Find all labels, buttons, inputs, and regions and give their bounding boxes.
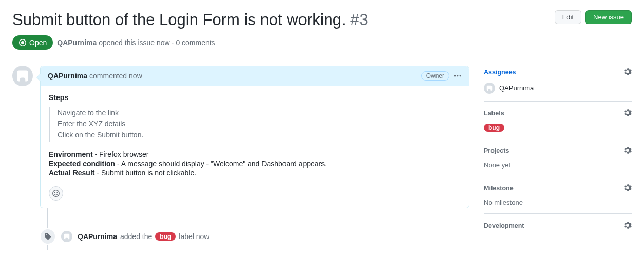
new-issue-button[interactable]: New issue — [585, 10, 632, 24]
issue-meta: Open QAPurnima opened this issue now · 0… — [12, 35, 632, 50]
expected-value: - A message should display - "Welcome" a… — [115, 160, 327, 168]
timeline-label-pill[interactable]: bug — [155, 232, 176, 241]
avatar-placeholder-icon — [15, 69, 30, 83]
comment-actions-kebab[interactable] — [453, 72, 462, 80]
kebab-icon — [453, 72, 462, 80]
projects-value: None yet — [484, 161, 632, 169]
labels-body: bug — [484, 124, 632, 131]
development-title[interactable]: Development — [484, 222, 524, 229]
thread-column: QAPurnima commented now Owner Steps Navi… — [40, 66, 469, 250]
actual-line: Actual Result - Submit button is not cli… — [49, 169, 461, 177]
gear-icon — [623, 68, 632, 76]
milestone-title[interactable]: Milestone — [484, 185, 514, 192]
assignees-gear[interactable] — [623, 68, 632, 77]
timeline-added-text: added the — [120, 232, 152, 241]
opened-verb: opened this issue — [99, 38, 155, 47]
comment-box: QAPurnima commented now Owner Steps Navi… — [40, 66, 469, 208]
assignee-name: QAPurnima — [499, 84, 534, 92]
environment-line: Environment - Firefox browser — [49, 150, 461, 159]
owner-badge: Owner — [421, 71, 449, 81]
comment-caret — [36, 73, 41, 82]
timeline-badge — [40, 228, 56, 245]
svg-point-5 — [56, 192, 58, 193]
environment-value: - Firefox browser — [93, 150, 149, 159]
svg-point-0 — [454, 75, 456, 76]
assignee-avatar — [484, 83, 495, 94]
state-text: Open — [29, 38, 47, 47]
comment-time: now — [129, 72, 142, 80]
projects-title[interactable]: Projects — [484, 147, 509, 154]
comment-author-link[interactable]: QAPurnima — [48, 72, 87, 80]
comment-body: Steps Navigate to the link Enter the XYZ… — [41, 86, 469, 184]
issue-title: Submit button of the Login Form is not w… — [12, 10, 546, 30]
milestone-gear[interactable] — [623, 184, 632, 193]
main-column: QAPurnima commented now Owner Steps Navi… — [12, 66, 469, 250]
timeline-item-label-added: QAPurnima added the bug label now — [40, 228, 469, 245]
gear-icon — [623, 109, 632, 117]
milestone-value: No milestone — [484, 199, 632, 206]
actual-value: - Submit button is not clickable. — [94, 169, 196, 177]
timeline-suffix: label now — [179, 232, 209, 241]
author-avatar[interactable] — [12, 66, 33, 86]
expected-line: Expected condition - A message should di… — [49, 160, 461, 168]
opened-by: QAPurnima opened this issue now · 0 comm… — [57, 38, 215, 47]
tag-icon — [44, 232, 52, 241]
assignee-row[interactable]: QAPurnima — [484, 83, 632, 94]
svg-point-4 — [54, 192, 55, 193]
edit-button[interactable]: Edit — [555, 10, 581, 24]
sidebar-labels: Labels bug — [484, 102, 632, 139]
actual-label: Actual Result — [49, 169, 94, 177]
sidebar-projects: Projects None yet — [484, 139, 632, 176]
timeline-text: QAPurnima added the bug label now — [78, 232, 209, 241]
state-badge: Open — [12, 35, 53, 50]
sidebar-milestone: Milestone No milestone — [484, 176, 632, 214]
step-line: Click on the Submit button. — [58, 130, 461, 141]
svg-point-2 — [460, 75, 461, 76]
comment-header: QAPurnima commented now Owner — [41, 66, 469, 86]
labels-title[interactable]: Labels — [484, 110, 504, 117]
header-actions: Edit New issue — [555, 10, 632, 24]
issue-open-icon — [18, 38, 27, 47]
comments-count: 0 comments — [176, 38, 215, 47]
label-bug[interactable]: bug — [484, 124, 504, 132]
comment-verb: commented — [89, 72, 127, 80]
svg-point-1 — [457, 75, 459, 76]
expected-label: Expected condition — [49, 160, 115, 168]
step-line: Enter the XYZ details — [58, 118, 461, 130]
avatar-placeholder-icon — [486, 85, 493, 92]
timeline-avatar[interactable] — [61, 231, 72, 242]
timeline-actor-link[interactable]: QAPurnima — [78, 232, 117, 241]
header-divider — [12, 57, 632, 57]
avatar-column — [12, 66, 33, 250]
step-line: Navigate to the link — [58, 108, 461, 119]
gear-icon — [623, 221, 632, 229]
issue-author-link[interactable]: QAPurnima — [57, 38, 97, 47]
issue-title-text: Submit button of the Login Form is not w… — [12, 11, 346, 29]
avatar-placeholder-icon — [63, 233, 70, 240]
issue-number: #3 — [350, 11, 368, 29]
sidebar-assignees: Assignees QAPurnima — [484, 66, 632, 102]
opened-time: now — [157, 38, 170, 47]
gear-icon — [623, 146, 632, 154]
sidebar-development: Development — [484, 214, 632, 243]
add-reaction-button[interactable] — [49, 186, 63, 201]
svg-point-3 — [53, 190, 60, 197]
development-gear[interactable] — [623, 221, 632, 231]
sidebar: Assignees QAPurnima Labels bug — [484, 66, 632, 250]
projects-gear[interactable] — [623, 146, 632, 156]
environment-label: Environment — [49, 150, 93, 159]
timeline: QAPurnima added the bug label now — [47, 208, 469, 250]
gear-icon — [623, 184, 632, 192]
issue-layout: QAPurnima commented now Owner Steps Navi… — [12, 66, 632, 250]
smiley-icon — [52, 189, 60, 197]
reaction-row — [41, 184, 469, 208]
labels-gear[interactable] — [623, 109, 632, 118]
steps-block: Navigate to the link Enter the XYZ detai… — [49, 107, 461, 142]
steps-heading: Steps — [49, 93, 461, 102]
assignees-title[interactable]: Assignees — [484, 69, 516, 76]
issue-header: Submit button of the Login Form is not w… — [12, 10, 632, 30]
